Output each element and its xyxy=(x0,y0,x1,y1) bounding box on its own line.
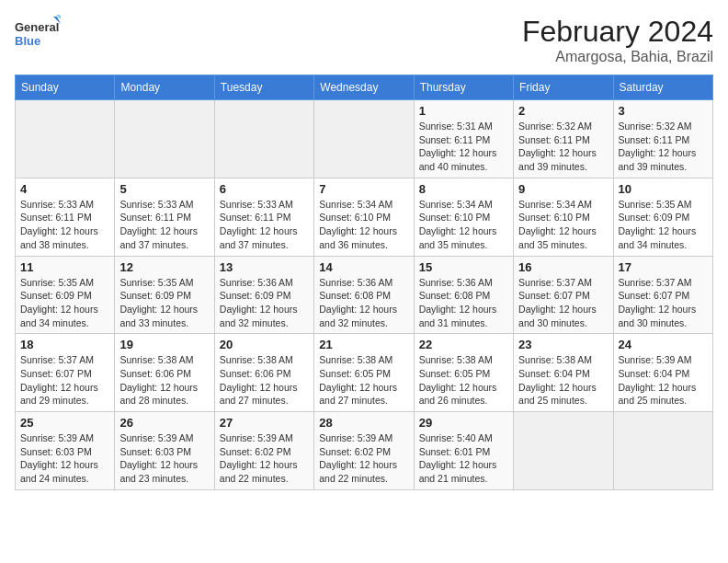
day-info: Sunrise: 5:39 AMSunset: 6:02 PMDaylight:… xyxy=(220,431,309,486)
calendar-day-header: Monday xyxy=(115,75,214,100)
day-number: 25 xyxy=(20,416,109,430)
day-info: Sunrise: 5:39 AMSunset: 6:02 PMDaylight:… xyxy=(319,431,408,486)
day-info: Sunrise: 5:39 AMSunset: 6:03 PMDaylight:… xyxy=(119,431,209,486)
day-info: Sunrise: 5:36 AMSunset: 6:08 PMDaylight:… xyxy=(319,276,408,330)
day-number: 9 xyxy=(518,182,608,196)
calendar-day-cell: 23Sunrise: 5:38 AMSunset: 6:04 PMDayligh… xyxy=(514,334,613,412)
day-number: 26 xyxy=(119,416,209,430)
day-info: Sunrise: 5:38 AMSunset: 6:06 PMDaylight:… xyxy=(220,353,309,408)
calendar-day-cell: 27Sunrise: 5:39 AMSunset: 6:02 PMDayligh… xyxy=(214,412,313,490)
calendar-day-cell xyxy=(16,100,115,178)
calendar-day-cell xyxy=(115,100,214,178)
header: General Blue February 2024 Amargosa, Bah… xyxy=(15,15,713,65)
day-number: 19 xyxy=(119,338,209,351)
calendar-day-cell: 19Sunrise: 5:38 AMSunset: 6:06 PMDayligh… xyxy=(115,334,214,412)
calendar-day-cell: 29Sunrise: 5:40 AMSunset: 6:01 PMDayligh… xyxy=(414,412,513,490)
day-info: Sunrise: 5:34 AMSunset: 6:10 PMDaylight:… xyxy=(319,198,408,252)
calendar-day-cell: 8Sunrise: 5:34 AMSunset: 6:10 PMDaylight… xyxy=(414,178,513,256)
day-number: 28 xyxy=(319,416,408,430)
calendar-header: SundayMondayTuesdayWednesdayThursdayFrid… xyxy=(16,75,713,100)
calendar-day-cell: 28Sunrise: 5:39 AMSunset: 6:02 PMDayligh… xyxy=(314,412,414,490)
calendar-day-cell: 3Sunrise: 5:32 AMSunset: 6:11 PMDaylight… xyxy=(613,100,712,178)
day-info: Sunrise: 5:35 AMSunset: 6:09 PMDaylight:… xyxy=(119,276,209,330)
day-number: 6 xyxy=(220,182,309,196)
day-number: 16 xyxy=(518,260,608,274)
day-number: 14 xyxy=(319,260,408,274)
calendar-day-header: Friday xyxy=(514,75,613,100)
calendar-day-header: Wednesday xyxy=(314,75,414,100)
calendar-day-cell: 4Sunrise: 5:33 AMSunset: 6:11 PMDaylight… xyxy=(16,178,115,256)
calendar-day-cell: 6Sunrise: 5:33 AMSunset: 6:11 PMDaylight… xyxy=(214,178,313,256)
day-info: Sunrise: 5:34 AMSunset: 6:10 PMDaylight:… xyxy=(419,198,508,252)
day-number: 22 xyxy=(419,338,508,351)
calendar-day-cell: 14Sunrise: 5:36 AMSunset: 6:08 PMDayligh… xyxy=(314,256,414,334)
day-number: 18 xyxy=(20,338,109,351)
calendar-week-row: 25Sunrise: 5:39 AMSunset: 6:03 PMDayligh… xyxy=(16,412,713,490)
day-number: 11 xyxy=(20,260,109,274)
day-number: 20 xyxy=(220,338,309,351)
day-info: Sunrise: 5:33 AMSunset: 6:11 PMDaylight:… xyxy=(119,198,209,252)
calendar-day-cell xyxy=(314,100,414,178)
day-info: Sunrise: 5:35 AMSunset: 6:09 PMDaylight:… xyxy=(20,276,109,330)
svg-text:General: General xyxy=(15,20,59,34)
day-number: 12 xyxy=(119,260,209,274)
calendar-day-cell: 17Sunrise: 5:37 AMSunset: 6:07 PMDayligh… xyxy=(613,256,712,334)
calendar-day-cell: 26Sunrise: 5:39 AMSunset: 6:03 PMDayligh… xyxy=(115,412,214,490)
calendar-day-cell: 25Sunrise: 5:39 AMSunset: 6:03 PMDayligh… xyxy=(16,412,115,490)
calendar-day-cell: 5Sunrise: 5:33 AMSunset: 6:11 PMDaylight… xyxy=(115,178,214,256)
day-info: Sunrise: 5:32 AMSunset: 6:11 PMDaylight:… xyxy=(518,120,608,174)
calendar-day-header: Saturday xyxy=(613,75,712,100)
day-info: Sunrise: 5:32 AMSunset: 6:11 PMDaylight:… xyxy=(619,120,708,174)
day-number: 3 xyxy=(619,104,708,118)
day-number: 7 xyxy=(319,182,408,196)
day-number: 10 xyxy=(619,182,708,196)
calendar-day-cell: 20Sunrise: 5:38 AMSunset: 6:06 PMDayligh… xyxy=(214,334,313,412)
day-info: Sunrise: 5:38 AMSunset: 6:05 PMDaylight:… xyxy=(419,353,508,408)
day-info: Sunrise: 5:37 AMSunset: 6:07 PMDaylight:… xyxy=(20,353,109,408)
day-info: Sunrise: 5:38 AMSunset: 6:05 PMDaylight:… xyxy=(319,353,408,408)
page-title: February 2024 xyxy=(522,15,713,49)
calendar-week-row: 11Sunrise: 5:35 AMSunset: 6:09 PMDayligh… xyxy=(16,256,713,334)
calendar-week-row: 18Sunrise: 5:37 AMSunset: 6:07 PMDayligh… xyxy=(16,334,713,412)
page-subtitle: Amargosa, Bahia, Brazil xyxy=(522,49,713,65)
day-number: 1 xyxy=(419,104,508,118)
calendar-body: 1Sunrise: 5:31 AMSunset: 6:11 PMDaylight… xyxy=(16,100,713,490)
day-info: Sunrise: 5:39 AMSunset: 6:04 PMDaylight:… xyxy=(619,353,708,408)
day-info: Sunrise: 5:38 AMSunset: 6:06 PMDaylight:… xyxy=(119,353,209,408)
calendar-day-header: Tuesday xyxy=(214,75,313,100)
calendar-table: SundayMondayTuesdayWednesdayThursdayFrid… xyxy=(15,75,713,490)
calendar-day-cell: 11Sunrise: 5:35 AMSunset: 6:09 PMDayligh… xyxy=(16,256,115,334)
calendar-day-cell: 24Sunrise: 5:39 AMSunset: 6:04 PMDayligh… xyxy=(613,334,712,412)
day-number: 4 xyxy=(20,182,109,196)
logo: General Blue xyxy=(15,15,61,52)
calendar-week-row: 1Sunrise: 5:31 AMSunset: 6:11 PMDaylight… xyxy=(16,100,713,178)
day-info: Sunrise: 5:40 AMSunset: 6:01 PMDaylight:… xyxy=(419,431,508,486)
calendar-day-cell: 16Sunrise: 5:37 AMSunset: 6:07 PMDayligh… xyxy=(514,256,613,334)
calendar-day-cell: 10Sunrise: 5:35 AMSunset: 6:09 PMDayligh… xyxy=(613,178,712,256)
day-info: Sunrise: 5:33 AMSunset: 6:11 PMDaylight:… xyxy=(20,198,109,252)
day-info: Sunrise: 5:35 AMSunset: 6:09 PMDaylight:… xyxy=(619,198,708,252)
day-number: 13 xyxy=(220,260,309,274)
day-number: 2 xyxy=(518,104,608,118)
calendar-day-cell: 2Sunrise: 5:32 AMSunset: 6:11 PMDaylight… xyxy=(514,100,613,178)
day-number: 27 xyxy=(220,416,309,430)
day-info: Sunrise: 5:36 AMSunset: 6:08 PMDaylight:… xyxy=(419,276,508,330)
day-info: Sunrise: 5:37 AMSunset: 6:07 PMDaylight:… xyxy=(518,276,608,330)
calendar-day-cell: 18Sunrise: 5:37 AMSunset: 6:07 PMDayligh… xyxy=(16,334,115,412)
day-number: 17 xyxy=(619,260,708,274)
calendar-day-cell: 12Sunrise: 5:35 AMSunset: 6:09 PMDayligh… xyxy=(115,256,214,334)
calendar-day-cell: 13Sunrise: 5:36 AMSunset: 6:09 PMDayligh… xyxy=(214,256,313,334)
day-info: Sunrise: 5:31 AMSunset: 6:11 PMDaylight:… xyxy=(419,120,508,174)
calendar-day-cell: 15Sunrise: 5:36 AMSunset: 6:08 PMDayligh… xyxy=(414,256,513,334)
day-number: 24 xyxy=(619,338,708,351)
day-number: 15 xyxy=(419,260,508,274)
calendar-day-cell: 1Sunrise: 5:31 AMSunset: 6:11 PMDaylight… xyxy=(414,100,513,178)
day-number: 23 xyxy=(518,338,608,351)
day-info: Sunrise: 5:33 AMSunset: 6:11 PMDaylight:… xyxy=(220,198,309,252)
calendar-day-header: Sunday xyxy=(16,75,115,100)
calendar-day-cell xyxy=(613,412,712,490)
calendar-day-cell: 22Sunrise: 5:38 AMSunset: 6:05 PMDayligh… xyxy=(414,334,513,412)
calendar-week-row: 4Sunrise: 5:33 AMSunset: 6:11 PMDaylight… xyxy=(16,178,713,256)
calendar-day-cell: 9Sunrise: 5:34 AMSunset: 6:10 PMDaylight… xyxy=(514,178,613,256)
day-number: 5 xyxy=(119,182,209,196)
